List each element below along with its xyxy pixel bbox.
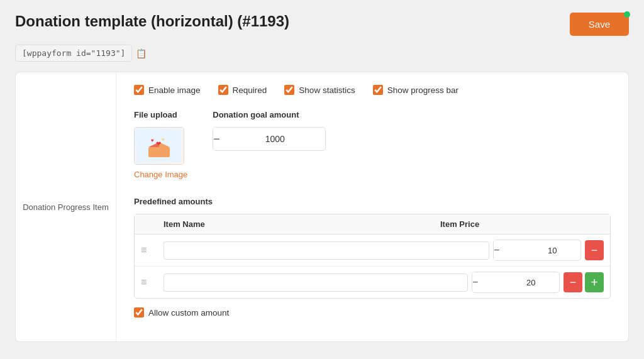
donation-goal-value[interactable] <box>220 130 326 148</box>
price-input-1[interactable] <box>499 243 581 258</box>
table-row: ≡ − + − <box>135 235 610 267</box>
page-title: Donation template (horizontal) (#1193) <box>15 13 289 30</box>
row-actions-2: − + <box>564 272 604 292</box>
show-statistics-checkbox[interactable]: Show statistics <box>284 85 355 95</box>
copy-icon[interactable]: 📋 <box>136 48 147 58</box>
donation-goal-input-group: − + <box>213 127 326 151</box>
image-placeholder-icon: ❤ ♥ ★ <box>135 127 184 165</box>
row-actions-1: − <box>585 240 604 260</box>
price-group-2: − + <box>472 272 560 293</box>
enable-image-label: Enable image <box>148 86 201 95</box>
item-name-input-1[interactable] <box>164 241 489 260</box>
table-header: Item Name Item Price <box>135 214 610 235</box>
required-input[interactable] <box>218 85 228 95</box>
show-progress-bar-input[interactable] <box>373 85 383 95</box>
delete-row-1[interactable]: − <box>585 240 604 260</box>
enable-image-checkbox[interactable]: Enable image <box>134 85 201 95</box>
svg-text:♥: ♥ <box>151 138 154 143</box>
delete-row-2[interactable]: − <box>564 272 582 292</box>
svg-text:★: ★ <box>161 137 165 141</box>
price-decrement-2[interactable]: − <box>472 272 478 292</box>
status-dot <box>624 11 630 18</box>
required-checkbox[interactable]: Required <box>218 85 267 95</box>
predefined-amounts-label: Predefined amounts <box>134 197 611 206</box>
svg-text:❤: ❤ <box>156 140 161 147</box>
item-name-input-2[interactable] <box>164 273 468 292</box>
drag-handle[interactable]: ≡ <box>141 245 160 256</box>
allow-custom-input[interactable] <box>134 307 144 318</box>
sidebar-section-label: Donation Progress Item <box>16 72 116 341</box>
donation-goal-label: Donation goal amount <box>213 110 326 119</box>
save-button[interactable]: Save <box>570 13 629 36</box>
price-input-2[interactable] <box>478 275 560 290</box>
image-preview: ❤ ♥ ★ <box>134 127 184 165</box>
show-statistics-input[interactable] <box>284 85 294 95</box>
price-decrement-1[interactable]: − <box>494 240 499 260</box>
price-group-1: − + <box>493 240 581 261</box>
show-progress-bar-checkbox[interactable]: Show progress bar <box>373 85 458 95</box>
col-item-price: Item Price <box>440 219 553 229</box>
table-row: ≡ − + − + <box>135 267 610 298</box>
required-label: Required <box>233 86 267 95</box>
col-item-name: Item Name <box>164 219 440 229</box>
add-row-button[interactable]: + <box>585 272 604 292</box>
show-statistics-label: Show statistics <box>299 86 355 95</box>
donation-goal-decrement[interactable]: − <box>213 128 220 150</box>
file-upload-label: File upload <box>134 110 187 119</box>
allow-custom-checkbox[interactable]: Allow custom amount <box>134 307 611 318</box>
enable-image-input[interactable] <box>134 85 144 95</box>
show-progress-bar-label: Show progress bar <box>387 86 458 95</box>
drag-handle[interactable]: ≡ <box>141 277 160 288</box>
svg-rect-1 <box>148 147 170 157</box>
change-image-link[interactable]: Change Image <box>134 170 187 179</box>
amounts-table: Item Name Item Price ≡ − + <box>134 214 611 299</box>
allow-custom-label: Allow custom amount <box>148 308 229 318</box>
shortcode-display: [wppayform id="1193"] <box>15 45 132 62</box>
